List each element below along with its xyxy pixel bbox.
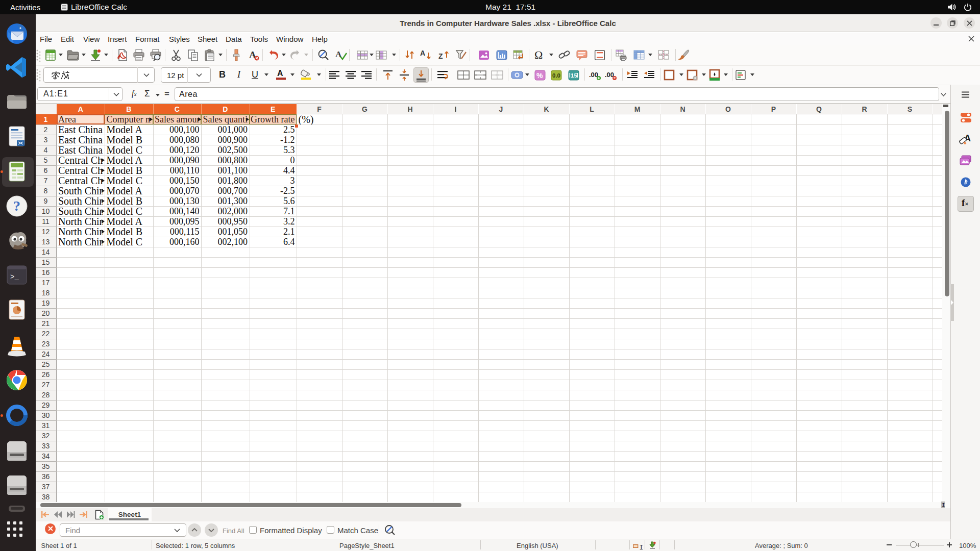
svg-text:15: 15 (571, 72, 577, 79)
svg-text:Z: Z (438, 52, 443, 60)
svg-text:>_: >_ (10, 273, 19, 281)
svg-text:A: A (277, 69, 283, 78)
svg-text:I: I (640, 544, 644, 551)
svg-text:%: % (536, 71, 543, 80)
svg-text:Ω: Ω (534, 48, 543, 61)
svg-text:?: ? (13, 198, 20, 214)
svg-text:A: A (420, 49, 425, 57)
svg-text:0.0: 0.0 (552, 72, 560, 79)
